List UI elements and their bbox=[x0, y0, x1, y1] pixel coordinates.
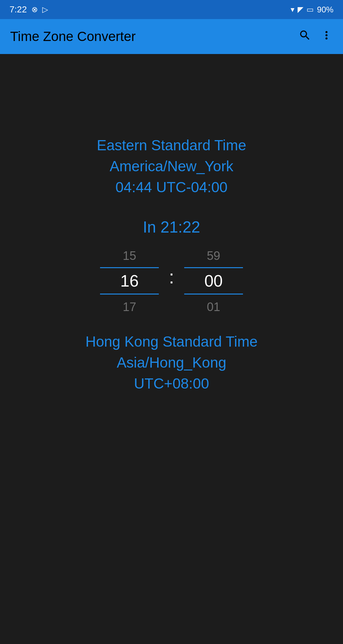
hour-selected[interactable]: 16 bbox=[120, 268, 139, 294]
time-picker[interactable]: 15 16 17 : 59 00 01 bbox=[98, 249, 245, 314]
play-icon: ▷ bbox=[42, 5, 48, 14]
source-timezone-utc: 04:44 UTC-04:00 bbox=[116, 179, 228, 196]
minute-picker[interactable]: 59 00 01 bbox=[182, 249, 245, 314]
in-time-label: In 21:22 bbox=[143, 218, 200, 236]
signal-icon: ◤ bbox=[298, 5, 303, 14]
hour-above: 15 bbox=[123, 249, 136, 267]
more-options-icon[interactable] bbox=[320, 29, 333, 44]
status-time: 7:22 bbox=[10, 4, 27, 15]
time-colon: : bbox=[169, 266, 174, 288]
source-timezone-section: Eastern Standard Time America/New_York 0… bbox=[97, 137, 246, 196]
minute-selected[interactable]: 00 bbox=[204, 268, 223, 294]
target-timezone-section: Hong Kong Standard Time Asia/Hong_Kong U… bbox=[85, 333, 258, 392]
minute-below: 01 bbox=[207, 295, 220, 314]
app-bar-actions bbox=[299, 29, 333, 44]
status-left: 7:22 ⊗ ▷ bbox=[10, 4, 48, 15]
wifi-icon: ▾ bbox=[291, 5, 294, 14]
vpn-icon: ⊗ bbox=[31, 5, 38, 14]
target-timezone-utc: UTC+08:00 bbox=[134, 375, 209, 392]
source-timezone-name: Eastern Standard Time bbox=[97, 137, 246, 154]
time-colon-container: : bbox=[169, 272, 174, 291]
hour-below: 17 bbox=[123, 295, 136, 314]
status-bar: 7:22 ⊗ ▷ ▾ ◤ ▭ 90% bbox=[0, 0, 343, 19]
hour-picker[interactable]: 15 16 17 bbox=[98, 249, 161, 314]
main-content: Eastern Standard Time America/New_York 0… bbox=[0, 54, 343, 644]
source-timezone-region: America/New_York bbox=[110, 158, 233, 175]
battery-icon: ▭ bbox=[306, 5, 314, 14]
minute-above: 59 bbox=[207, 249, 220, 267]
app-title: Time Zone Converter bbox=[10, 29, 136, 44]
target-timezone-name: Hong Kong Standard Time bbox=[85, 333, 258, 350]
search-icon[interactable] bbox=[299, 29, 311, 44]
app-bar: Time Zone Converter bbox=[0, 19, 343, 54]
target-timezone-region: Asia/Hong_Kong bbox=[117, 354, 226, 371]
status-right: ▾ ◤ ▭ 90% bbox=[291, 5, 333, 15]
battery-percent: 90% bbox=[317, 5, 333, 15]
